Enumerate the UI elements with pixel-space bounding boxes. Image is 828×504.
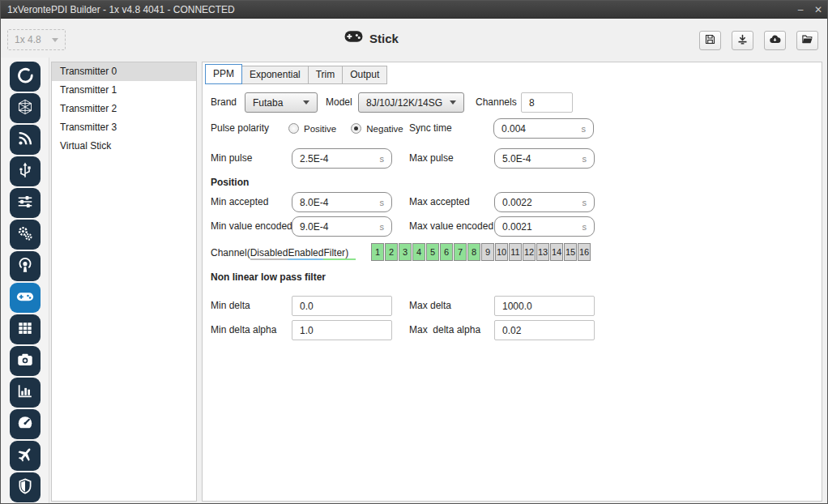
- sidebar-item-stick[interactable]: [10, 283, 41, 313]
- channel-box-4[interactable]: 4: [412, 243, 425, 261]
- min-accepted-input[interactable]: 8.0E-4 s: [292, 192, 392, 212]
- channel-box-2[interactable]: 2: [385, 243, 398, 261]
- max-accepted-input[interactable]: 0.0022 s: [494, 192, 595, 212]
- tab-output[interactable]: Output: [343, 66, 387, 84]
- sidebar-item-chart[interactable]: [10, 378, 41, 408]
- gauge-icon: [16, 414, 34, 435]
- grid-icon: [16, 319, 34, 340]
- chevron-down-icon: [303, 100, 309, 105]
- radio-negative[interactable]: [351, 123, 361, 134]
- sidebar-item-automations[interactable]: [10, 220, 41, 250]
- usb-icon: [16, 161, 34, 182]
- pulse-polarity-radios: Positive Negative: [288, 118, 413, 139]
- sidebar-item-telemetry[interactable]: [10, 125, 41, 155]
- list-item-virtual-stick[interactable]: Virtual Stick: [52, 137, 196, 156]
- max-delta-alpha-value: 0.02: [502, 325, 521, 336]
- toolbar-buttons: [699, 31, 818, 50]
- sidebar-item-grid[interactable]: [10, 314, 41, 344]
- window-titlebar: 1xVerontePDI Builder - 1x v4.8 4041 - CO…: [1, 1, 827, 19]
- sidebar-item-sliders[interactable]: [10, 188, 41, 218]
- max-pulse-input[interactable]: 5.0E-4 s: [494, 148, 595, 169]
- channel-box-13[interactable]: 13: [536, 243, 549, 261]
- min-value-encoded-input[interactable]: 9.0E-4 s: [292, 216, 392, 237]
- channel-box-3[interactable]: 3: [399, 243, 412, 261]
- main-area: Transmitter 0 Transmitter 1 Transmitter …: [1, 58, 827, 504]
- brand-dropdown[interactable]: Futaba: [245, 92, 318, 113]
- channel-box-1[interactable]: 1: [371, 243, 384, 261]
- sync-time-input[interactable]: 0.004 s: [493, 118, 594, 139]
- chevron-down-icon: [450, 100, 456, 105]
- model-dropdown[interactable]: 8J/10J/12K/14SG: [358, 92, 464, 113]
- max-delta-alpha-input[interactable]: 0.02: [494, 320, 595, 340]
- min-delta-alpha-label: Min delta alpha: [211, 320, 276, 340]
- legend-disabled: Disabled: [250, 247, 288, 260]
- list-item-transmitter-2[interactable]: Transmitter 2: [52, 100, 196, 118]
- sync-time-label: Sync time: [409, 118, 452, 139]
- max-delta-input[interactable]: 1000.0: [494, 296, 595, 316]
- position-heading: Position: [211, 177, 249, 188]
- channels-value: 8: [529, 97, 535, 109]
- mesh-hexagon-icon: [16, 98, 34, 119]
- sliders-icon: [16, 193, 34, 214]
- camera-icon: [16, 351, 34, 372]
- list-item-transmitter-3[interactable]: Transmitter 3: [52, 118, 196, 137]
- min-delta-value: 0.0: [300, 301, 314, 312]
- min-delta-input[interactable]: 0.0: [292, 296, 392, 316]
- max-accepted-value: 0.0022: [502, 197, 532, 208]
- tab-ppm[interactable]: PPM: [205, 64, 242, 84]
- download-button[interactable]: [732, 31, 753, 50]
- sidebar-item-platform[interactable]: [10, 62, 41, 92]
- channel-box-5[interactable]: 5: [426, 243, 439, 261]
- min-delta-alpha-input[interactable]: 1.0: [292, 320, 392, 340]
- sync-time-value: 0.004: [501, 123, 526, 135]
- min-pulse-input[interactable]: 2.5E-4 s: [292, 148, 392, 169]
- min-pulse-label: Min pulse: [211, 148, 252, 169]
- nllpf-heading: Non linear low pass filter: [211, 271, 326, 283]
- max-pulse-label: Max pulse: [409, 148, 454, 169]
- sidebar-item-security[interactable]: [10, 472, 41, 502]
- channel-box-9[interactable]: 9: [481, 243, 494, 261]
- chevron-down-icon: [52, 38, 58, 42]
- cloud-download-button[interactable]: [764, 31, 786, 50]
- channel-box-16[interactable]: 16: [578, 243, 591, 261]
- version-selector[interactable]: 1x 4.8: [7, 29, 66, 50]
- list-item-transmitter-1[interactable]: Transmitter 1: [52, 81, 196, 100]
- model-label: Model: [326, 92, 352, 113]
- channel-box-8[interactable]: 8: [467, 243, 480, 261]
- sidebar-item-gauge[interactable]: [10, 409, 41, 439]
- pulse-polarity-label: Pulse polarity: [211, 118, 269, 139]
- list-item-transmitter-0[interactable]: Transmitter 0: [52, 62, 196, 81]
- channel-box-10[interactable]: 10: [495, 243, 508, 261]
- channel-box-11[interactable]: 11: [509, 243, 522, 261]
- sidebar-item-camera[interactable]: [10, 346, 41, 376]
- tab-trim[interactable]: Trim: [309, 66, 344, 84]
- sidebar-item-usb[interactable]: [10, 156, 41, 186]
- gamepad-icon: [344, 30, 363, 46]
- save-button[interactable]: [699, 31, 721, 50]
- platform-ring-icon: [16, 66, 34, 88]
- radio-positive[interactable]: [288, 123, 299, 134]
- channel-box-14[interactable]: 14: [550, 243, 563, 261]
- channel-box-12[interactable]: 12: [523, 243, 536, 261]
- channels-label: Channels: [476, 92, 517, 113]
- unit-seconds: s: [582, 124, 587, 134]
- cloud-download-icon: [769, 33, 781, 49]
- channel-box-7[interactable]: 7: [454, 243, 467, 261]
- close-button[interactable]: ✕: [809, 1, 827, 19]
- sidebar: [1, 58, 49, 504]
- sidebar-item-broadcast[interactable]: [10, 251, 41, 281]
- open-folder-button[interactable]: [796, 31, 818, 50]
- sidebar-item-airplane[interactable]: [10, 441, 41, 471]
- tab-bar: PPM Exponential Trim Output: [205, 64, 387, 84]
- channel-box-15[interactable]: 15: [564, 243, 577, 261]
- tab-exponential[interactable]: Exponential: [242, 66, 309, 84]
- channel-box-6[interactable]: 6: [440, 243, 453, 261]
- unit-seconds: s: [583, 198, 587, 207]
- max-value-encoded-input[interactable]: 0.0021 s: [494, 216, 595, 237]
- minimize-button[interactable]: –: [792, 1, 809, 19]
- brand-value: Futaba: [253, 97, 283, 109]
- version-selector-value: 1x 4.8: [15, 34, 41, 45]
- max-value-encoded-label: Max value encoded: [409, 216, 493, 237]
- channels-input[interactable]: 8: [521, 92, 573, 113]
- sidebar-item-mesh[interactable]: [10, 93, 41, 123]
